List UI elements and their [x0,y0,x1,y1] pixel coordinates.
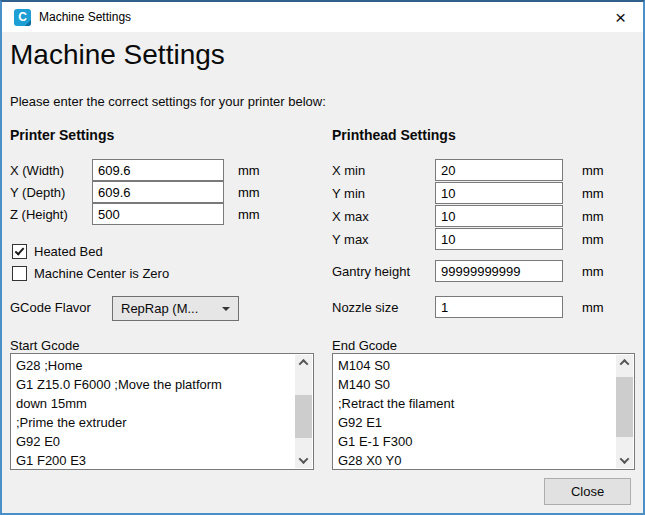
end-gcode-scrollbar[interactable] [616,355,633,468]
end-gcode-label: End Gcode [332,338,397,353]
x-width-unit: mm [238,163,260,178]
printer-settings-heading: Printer Settings [10,127,114,143]
z-height-label: Z (Height) [10,207,92,222]
chevron-down-icon [620,454,630,464]
nozzle-size-input[interactable] [435,296,563,318]
nozzle-size-row: Nozzle size mm [332,296,604,318]
machine-center-zero-checkbox-row[interactable]: Machine Center is Zero [12,265,169,281]
chevron-up-icon [620,359,630,369]
gcode-flavor-label: GCode Flavor [10,300,91,315]
start-gcode-textarea[interactable]: G28 ;Home G1 Z15.0 F6000 ;Move the platf… [10,353,314,470]
checkmark-icon [15,245,25,255]
heated-bed-checkbox-row[interactable]: Heated Bed [12,243,103,259]
x-max-input[interactable] [435,205,563,227]
gcode-line: G28 X0 Y0 [338,451,616,470]
y-depth-unit: mm [238,185,260,200]
page-subtitle: Please enter the correct settings for yo… [10,94,326,109]
x-max-label: X max [332,209,435,224]
end-gcode-textarea[interactable]: M104 S0 M140 S0 ;Retract the filament G9… [332,353,635,470]
x-width-input[interactable] [92,159,224,181]
gcode-line: G92 E0 [16,432,295,451]
close-icon [615,8,626,27]
window-close-button[interactable] [598,2,643,32]
dialog-content: Machine Settings Please enter the correc… [2,32,643,513]
gcode-line: M104 S0 [338,356,616,375]
gcode-line: G92 E1 [338,413,616,432]
x-width-label: X (Width) [10,163,92,178]
gcode-flavor-value: RepRap (M... [121,301,198,316]
gantry-height-input[interactable] [435,260,563,282]
nozzle-size-unit: mm [582,300,604,315]
cura-logo-icon [14,9,31,26]
y-min-input[interactable] [435,182,563,204]
y-depth-label: Y (Depth) [10,185,92,200]
scrollbar-thumb[interactable] [616,377,633,437]
page-title: Machine Settings [10,39,225,71]
gcode-line: G1 F200 E3 [16,451,295,470]
nozzle-size-label: Nozzle size [332,300,435,315]
gcode-line: G1 Z15.0 F6000 ;Move the platform [16,375,295,394]
gcode-flavor-dropdown[interactable]: RepRap (M... [112,296,239,321]
gantry-height-row: Gantry height mm [332,260,604,282]
machine-center-zero-checkbox[interactable] [12,266,27,281]
y-max-unit: mm [582,232,604,247]
chevron-down-icon [299,454,309,464]
y-max-input[interactable] [435,228,563,250]
scroll-down-button[interactable] [295,453,312,468]
gantry-height-unit: mm [582,264,604,279]
y-min-label: Y min [332,186,435,201]
y-max-label: Y max [332,232,435,247]
gcode-line: ;Prime the extruder [16,413,295,432]
scroll-up-button[interactable] [295,355,312,370]
gcode-line: G28 ;Home [16,356,295,375]
window-title: Machine Settings [39,10,131,24]
gantry-height-label: Gantry height [332,264,435,279]
printhead-settings-heading: Printhead Settings [332,127,456,143]
gcode-line: down 15mm [16,394,295,413]
y-depth-input[interactable] [92,181,224,203]
heated-bed-label: Heated Bed [34,244,103,259]
chevron-down-icon [222,307,230,311]
chevron-up-icon [299,359,309,369]
gcode-line: M140 S0 [338,375,616,394]
y-min-unit: mm [582,186,604,201]
x-min-input[interactable] [435,159,563,181]
start-gcode-label: Start Gcode [10,338,79,353]
y-max-row: Y max mm [332,228,604,250]
scroll-down-button[interactable] [616,453,633,468]
machine-center-zero-label: Machine Center is Zero [34,266,169,281]
end-gcode-content: M104 S0 M140 S0 ;Retract the filament G9… [333,356,616,470]
gcode-line: G1 E-1 F300 [338,432,616,451]
x-min-unit: mm [582,163,604,178]
x-width-row: X (Width) mm [10,159,260,181]
close-button[interactable]: Close [544,478,631,505]
x-max-unit: mm [582,209,604,224]
scrollbar-thumb[interactable] [295,395,312,438]
z-height-input[interactable] [92,203,224,225]
start-gcode-scrollbar[interactable] [295,355,312,468]
z-height-unit: mm [238,207,260,222]
x-max-row: X max mm [332,205,604,227]
titlebar: Machine Settings [2,2,643,32]
x-min-row: X min mm [332,159,604,181]
heated-bed-checkbox[interactable] [12,244,27,259]
x-min-label: X min [332,163,435,178]
y-min-row: Y min mm [332,182,604,204]
z-height-row: Z (Height) mm [10,203,260,225]
machine-settings-window: Machine Settings Machine Settings Please… [0,0,645,515]
y-depth-row: Y (Depth) mm [10,181,260,203]
scroll-up-button[interactable] [616,355,633,370]
start-gcode-content: G28 ;Home G1 Z15.0 F6000 ;Move the platf… [11,356,295,470]
gcode-line: ;Retract the filament [338,394,616,413]
